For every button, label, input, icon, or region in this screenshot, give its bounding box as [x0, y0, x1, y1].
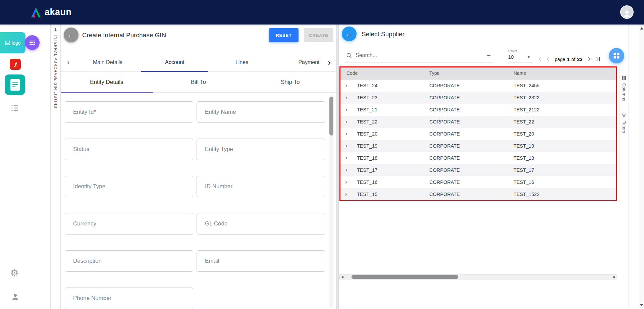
back-button[interactable]: ←: [64, 28, 78, 42]
row-expand-icon[interactable]: ›: [345, 92, 347, 103]
collapsed-listing-strip[interactable]: 1 INTERNAL PURCHASE GIN LISTING: [50, 24, 61, 309]
field-status[interactable]: Status: [65, 139, 193, 160]
field-email[interactable]: Email: [197, 250, 325, 272]
tab-label: Lines: [235, 59, 248, 65]
prev-page-button[interactable]: [545, 56, 551, 62]
field-gl-code[interactable]: GL Code: [197, 213, 325, 235]
supplier-row[interactable]: ›TEST_24CORPORATETEST_2455: [340, 80, 616, 92]
form-scrollbar-thumb[interactable]: [329, 97, 333, 136]
subtab-entity-details[interactable]: Entity Details: [61, 72, 153, 92]
row-expand-icon[interactable]: ›: [345, 128, 347, 139]
scroll-up-arrow[interactable]: [640, 27, 643, 30]
supplier-search-input[interactable]: [352, 52, 485, 58]
supplier-table-body: ›TEST_24CORPORATETEST_2455›TEST_23CORPOR…: [340, 80, 616, 200]
filters-tool[interactable]: Filters: [621, 113, 627, 133]
table-horizontal-scrollbar[interactable]: [339, 274, 617, 279]
first-page-button[interactable]: [536, 56, 543, 62]
page-scrollbar[interactable]: [639, 24, 644, 309]
cell-name: TEST_2122: [514, 104, 539, 116]
cell-name: TEST_22: [514, 116, 534, 128]
reset-button[interactable]: RESET: [269, 28, 299, 42]
row-expand-icon[interactable]: ›: [345, 164, 347, 175]
row-expand-icon[interactable]: ›: [345, 140, 347, 151]
main-tabs-bar: ‹ Main Details Account Lines Payment ›: [61, 53, 336, 72]
cell-code: TEST_24: [357, 80, 377, 92]
field-id-number[interactable]: ID Number: [197, 176, 325, 197]
cell-name: TEST_18: [514, 152, 534, 164]
brand-logo[interactable]: akaun: [30, 0, 72, 24]
supplier-row[interactable]: ›TEST_17CORPORATETEST_17: [340, 164, 616, 176]
column-header-code[interactable]: Code: [346, 67, 358, 79]
sub-tabs-bar: Entity Details Bill To Ship To: [61, 72, 336, 93]
acrobat-swirl-icon: [12, 61, 19, 68]
top-bar: akaun: [0, 0, 644, 24]
grid-view-button[interactable]: [609, 48, 624, 63]
field-description[interactable]: Description: [65, 250, 193, 272]
listing-menu-icon[interactable]: [11, 104, 19, 113]
scroll-left-arrow[interactable]: [340, 275, 345, 279]
supplier-row[interactable]: ›TEST_18CORPORATETEST_18: [340, 152, 616, 164]
tab-lines[interactable]: Lines: [208, 53, 275, 71]
field-label: Currency: [73, 220, 96, 227]
create-button[interactable]: CREATE: [304, 28, 333, 42]
next-page-button[interactable]: [586, 56, 593, 62]
field-label: Status: [73, 146, 89, 153]
supplier-row[interactable]: ›TEST_19CORPORATETEST_19: [340, 140, 616, 152]
row-expand-icon[interactable]: ›: [345, 188, 347, 199]
field-identity-type[interactable]: Identity Type: [65, 176, 193, 197]
column-header-type[interactable]: Type: [429, 67, 439, 79]
field-label: ID Number: [205, 183, 232, 190]
sidebar-collapse-button[interactable]: [25, 35, 40, 50]
field-entity-id[interactable]: Entity Id*: [65, 101, 193, 123]
field-entity-name[interactable]: Entity Name: [197, 101, 325, 123]
scroll-down-arrow[interactable]: [640, 304, 643, 306]
last-page-button[interactable]: [595, 56, 601, 62]
pdf-app-icon[interactable]: [10, 59, 21, 70]
tab-main-details[interactable]: Main Details: [74, 53, 141, 71]
supplier-row[interactable]: ›TEST_20CORPORATETEST_20: [340, 128, 616, 140]
row-expand-icon[interactable]: ›: [345, 104, 347, 115]
sidebar-tenant-logo[interactable]: logo: [0, 32, 25, 53]
rows-per-page-select[interactable]: Rows 10 ▾: [508, 49, 532, 62]
supplier-row[interactable]: ›TEST_16CORPORATETEST_16: [340, 176, 616, 188]
settings-gear-icon[interactable]: ⚙: [10, 269, 18, 278]
funnel-icon: [621, 113, 627, 118]
caret-down-icon[interactable]: ▾: [528, 55, 532, 59]
field-currency[interactable]: Currency: [65, 213, 193, 235]
page-indicator: page 1 of 23: [553, 56, 584, 62]
field-phone-number[interactable]: Phone Number: [65, 288, 193, 309]
row-expand-icon[interactable]: ›: [345, 152, 347, 163]
subtab-label: Entity Details: [90, 79, 123, 86]
subtab-ship-to[interactable]: Ship To: [244, 72, 336, 92]
profile-icon[interactable]: [11, 293, 19, 302]
field-entity-type[interactable]: Entity Type: [197, 139, 325, 160]
person-icon: [11, 293, 19, 301]
cell-name: TEST_17: [514, 164, 534, 176]
scroll-right-arrow[interactable]: [612, 275, 617, 279]
supplier-row[interactable]: ›TEST_15CORPORATETEST_1522: [340, 188, 616, 200]
horizontal-scrollbar-thumb[interactable]: [352, 275, 458, 279]
supplier-row[interactable]: ›TEST_23CORPORATETEST_2322: [340, 92, 616, 104]
supplier-row[interactable]: ›TEST_22CORPORATETEST_22: [340, 116, 616, 128]
column-header-name[interactable]: Name: [514, 67, 526, 79]
current-page: 1: [567, 56, 570, 62]
subtab-bill-to[interactable]: Bill To: [153, 72, 245, 92]
columns-tool[interactable]: Columns: [621, 75, 627, 101]
supplier-row[interactable]: ›TEST_21CORPORATETEST_2122: [340, 104, 616, 116]
field-label: Entity Name: [205, 109, 236, 115]
tabs-scroll-left-icon[interactable]: ‹: [63, 53, 73, 71]
form-scrollbar[interactable]: [329, 95, 333, 307]
sidebar: logo: [0, 24, 50, 309]
row-expand-icon[interactable]: ›: [345, 176, 347, 187]
supplier-back-button[interactable]: ←: [342, 27, 357, 41]
cell-type: CORPORATE: [429, 80, 460, 92]
billing-module-icon[interactable]: [5, 74, 25, 95]
row-expand-icon[interactable]: ›: [345, 116, 347, 127]
user-avatar[interactable]: [620, 5, 634, 19]
invoice-doc-icon: [10, 79, 20, 91]
filter-list-icon[interactable]: [485, 52, 492, 59]
select-supplier-panel: ← Select Supplier Rows 10: [339, 24, 628, 309]
row-expand-icon[interactable]: ›: [345, 80, 347, 91]
tabs-scroll-right-icon[interactable]: ›: [323, 53, 336, 71]
tab-account[interactable]: Account: [141, 53, 208, 71]
